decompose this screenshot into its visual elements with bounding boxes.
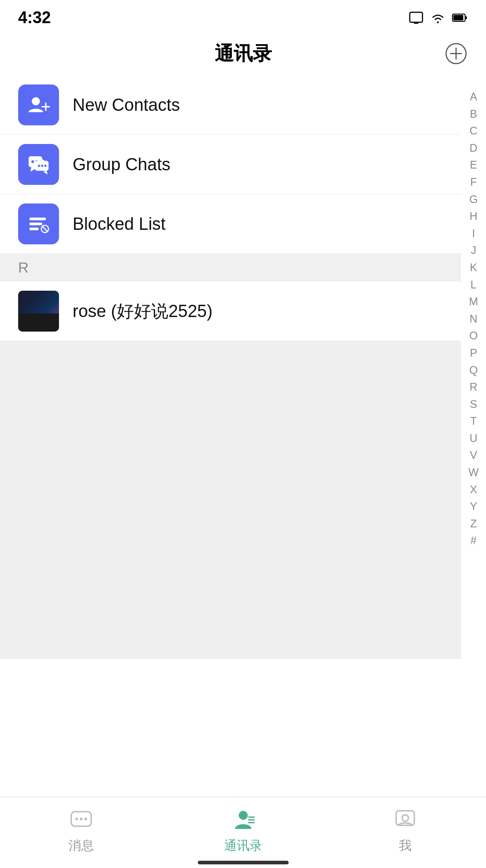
svg-point-3 bbox=[437, 21, 439, 23]
svg-rect-22 bbox=[29, 223, 42, 225]
alpha-a[interactable]: A bbox=[465, 89, 483, 104]
alpha-f[interactable]: F bbox=[465, 174, 483, 190]
blocked-list-label: Blocked List bbox=[73, 214, 166, 234]
nav-contacts-label: 通讯录 bbox=[224, 837, 262, 854]
nav-item-messages[interactable]: 消息 bbox=[47, 806, 115, 854]
alpha-c[interactable]: C bbox=[465, 123, 483, 139]
alpha-j[interactable]: J bbox=[465, 243, 483, 258]
nav-item-me[interactable]: 我 bbox=[371, 806, 439, 854]
nav-messages-icon bbox=[68, 806, 95, 833]
new-contacts-label: New Contacts bbox=[73, 95, 180, 115]
status-bar: 4:32 bbox=[0, 0, 486, 32]
page-title: 通讯录 bbox=[215, 41, 272, 66]
group-chat-icon bbox=[27, 153, 50, 176]
alpha-x[interactable]: X bbox=[465, 482, 483, 497]
nav-messages-label: 消息 bbox=[69, 837, 94, 854]
group-chats-label: Group Chats bbox=[73, 155, 170, 174]
alpha-w[interactable]: W bbox=[465, 465, 483, 480]
screen-icon bbox=[408, 10, 424, 26]
empty-content-area bbox=[0, 341, 461, 659]
alpha-hash[interactable]: # bbox=[465, 533, 483, 548]
alpha-z[interactable]: Z bbox=[465, 516, 483, 531]
battery-icon bbox=[452, 10, 468, 26]
svg-point-30 bbox=[239, 811, 248, 820]
nav-contacts-icon bbox=[230, 806, 257, 833]
bottom-navigation: 消息 通讯录 我 bbox=[0, 797, 486, 868]
alpha-k[interactable]: K bbox=[465, 260, 483, 275]
svg-point-29 bbox=[84, 818, 87, 820]
alpha-l[interactable]: L bbox=[465, 277, 483, 293]
alpha-h[interactable]: H bbox=[465, 208, 483, 224]
alpha-r[interactable]: R bbox=[465, 379, 483, 395]
svg-point-28 bbox=[80, 818, 83, 820]
alphabet-sidebar: A B C D E F G H I J K L M N O P Q R S T … bbox=[461, 75, 486, 659]
alpha-v[interactable]: V bbox=[465, 447, 483, 463]
wifi-icon bbox=[430, 10, 446, 26]
add-contact-button[interactable] bbox=[444, 42, 468, 65]
alpha-e[interactable]: E bbox=[465, 157, 483, 173]
main-content: New Contacts Group Chats bbox=[0, 75, 486, 659]
status-time: 4:32 bbox=[18, 8, 51, 27]
alpha-i[interactable]: I bbox=[465, 226, 483, 241]
section-header-r: R bbox=[0, 254, 461, 282]
group-chats-icon-bg bbox=[18, 144, 59, 185]
alpha-p[interactable]: P bbox=[465, 345, 483, 361]
contact-item-rose[interactable]: rose (好好说2525) bbox=[0, 282, 461, 341]
svg-rect-0 bbox=[410, 12, 422, 22]
nav-item-contacts[interactable]: 通讯录 bbox=[209, 806, 277, 854]
contact-avatar-image bbox=[18, 291, 59, 332]
person-add-icon bbox=[27, 93, 50, 117]
svg-point-10 bbox=[32, 97, 40, 105]
svg-line-25 bbox=[42, 226, 48, 232]
contact-avatar-rose bbox=[18, 291, 59, 332]
svg-rect-5 bbox=[465, 16, 467, 19]
blocked-list-icon-bg bbox=[18, 203, 59, 244]
alpha-b[interactable]: B bbox=[465, 106, 483, 122]
alpha-m[interactable]: M bbox=[465, 294, 483, 309]
nav-me-icon bbox=[392, 806, 419, 833]
add-circle-icon bbox=[444, 42, 468, 65]
group-chats-item[interactable]: Group Chats bbox=[0, 135, 461, 194]
alpha-s[interactable]: S bbox=[465, 397, 483, 412]
svg-rect-6 bbox=[453, 15, 463, 20]
contact-list: New Contacts Group Chats bbox=[0, 75, 461, 659]
blocked-list-icon bbox=[27, 212, 50, 236]
svg-rect-23 bbox=[29, 228, 39, 230]
svg-point-19 bbox=[41, 165, 44, 167]
alpha-g[interactable]: G bbox=[465, 192, 483, 207]
svg-point-35 bbox=[402, 815, 408, 821]
nav-me-label: 我 bbox=[399, 837, 412, 854]
svg-point-14 bbox=[31, 160, 34, 163]
svg-point-18 bbox=[38, 165, 40, 167]
alpha-d[interactable]: D bbox=[465, 140, 483, 156]
alpha-q[interactable]: Q bbox=[465, 362, 483, 378]
home-indicator bbox=[198, 861, 289, 864]
blocked-list-item[interactable]: Blocked List bbox=[0, 194, 461, 254]
alpha-n[interactable]: N bbox=[465, 311, 483, 327]
new-contacts-icon-bg bbox=[18, 84, 59, 125]
contact-name-rose: rose (好好说2525) bbox=[73, 300, 212, 323]
section-letter: R bbox=[18, 259, 29, 276]
status-icons bbox=[408, 10, 468, 26]
page-header: 通讯录 bbox=[0, 32, 486, 75]
alpha-o[interactable]: O bbox=[465, 328, 483, 343]
alpha-t[interactable]: T bbox=[465, 413, 483, 429]
svg-point-27 bbox=[75, 818, 78, 820]
alpha-u[interactable]: U bbox=[465, 431, 483, 446]
svg-point-20 bbox=[44, 165, 47, 167]
alpha-y[interactable]: Y bbox=[465, 499, 483, 514]
new-contacts-item[interactable]: New Contacts bbox=[0, 75, 461, 135]
svg-rect-21 bbox=[29, 218, 46, 220]
